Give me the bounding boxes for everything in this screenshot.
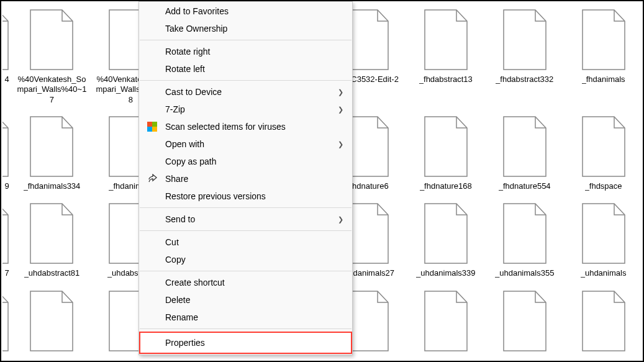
- file-label: %40Venkatesh_Sompari_Walls%40~17: [15, 75, 89, 104]
- menu-item-7zip[interactable]: 7-Zip ❯: [139, 101, 352, 118]
- menu-item-label: Take Ownership: [165, 24, 227, 34]
- menu-item-label: Share: [165, 174, 188, 184]
- file-item[interactable]: _uhdanimals: [564, 200, 643, 287]
- file-icon: [501, 202, 549, 265]
- submenu-arrow-icon: ❯: [338, 88, 343, 96]
- file-label: _uhdanimals: [581, 268, 627, 278]
- menu-item-label: Rotate right: [165, 47, 210, 57]
- file-icon: [27, 115, 76, 178]
- file-icon: [27, 9, 76, 71]
- file-icon: [27, 290, 76, 352]
- svg-rect-1: [152, 122, 157, 127]
- submenu-arrow-icon: ❯: [338, 140, 343, 148]
- file-icon: [579, 202, 628, 265]
- menu-item-delete[interactable]: Delete: [139, 291, 352, 309]
- file-item[interactable]: _fhdnature168: [406, 113, 485, 200]
- file-item[interactable]: %40Venkatesh_Sompari_Walls%40~17: [12, 6, 91, 113]
- file-icon: [579, 9, 628, 71]
- menu-separator: [140, 80, 351, 81]
- menu-item-label: Cut: [165, 237, 179, 247]
- menu-separator: [140, 207, 351, 208]
- menu-item-cast-to-device[interactable]: Cast to Device ❯: [139, 83, 352, 101]
- submenu-arrow-icon: ❯: [338, 106, 343, 114]
- file-item[interactable]: _fhdanimals334: [12, 113, 91, 200]
- file-label: _fhdnature168: [420, 181, 472, 191]
- menu-item-cut[interactable]: Cut: [139, 233, 352, 251]
- menu-item-label: Add to Favorites: [165, 6, 229, 16]
- file-item[interactable]: _fhdnature554: [485, 113, 564, 200]
- file-item[interactable]: _fhdspace: [564, 113, 643, 200]
- file-item[interactable]: 4: [1, 6, 12, 113]
- file-label: _uhdanimals339: [416, 268, 475, 278]
- menu-item-label: Rotate left: [165, 64, 205, 74]
- menu-item-properties[interactable]: Properties: [139, 332, 352, 354]
- file-label: _uhdanimals355: [495, 268, 554, 278]
- menu-item-send-to[interactable]: Send to ❯: [139, 210, 352, 228]
- file-icon: [579, 115, 628, 178]
- menu-item-label: Delete: [165, 295, 190, 305]
- context-menu: Add to Favorites Take Ownership Rotate r…: [138, 1, 353, 355]
- menu-item-add-to-favorites[interactable]: Add to Favorites: [139, 2, 352, 20]
- menu-item-label: Cast to Device: [165, 87, 222, 97]
- file-icon: [501, 115, 549, 178]
- menu-separator: [140, 40, 351, 40]
- file-label: _fhdanimals: [582, 75, 625, 84]
- file-icon: [422, 202, 470, 265]
- file-label: 7: [4, 268, 9, 278]
- file-item[interactable]: [12, 287, 91, 363]
- svg-rect-0: [147, 122, 152, 127]
- menu-item-rotate-left[interactable]: Rotate left: [139, 60, 352, 78]
- menu-item-create-shortcut[interactable]: Create shortcut: [139, 274, 352, 291]
- menu-item-open-with[interactable]: Open with ❯: [139, 135, 352, 153]
- file-icon: [422, 9, 470, 71]
- file-label: _uhdabstract81: [24, 268, 80, 278]
- menu-item-label: 7-Zip: [165, 104, 185, 114]
- file-label: _fhdabstract332: [496, 75, 553, 84]
- file-icon: [2, 115, 11, 178]
- menu-item-rename[interactable]: Rename: [139, 309, 352, 326]
- menu-item-label: Send to: [165, 214, 195, 224]
- file-item[interactable]: [1, 287, 12, 363]
- menu-separator: [140, 230, 351, 231]
- file-item[interactable]: _fhdabstract332: [485, 6, 564, 113]
- file-item[interactable]: _uhdabstract81: [12, 200, 91, 287]
- file-icon: [422, 290, 470, 352]
- file-label: _fhdanimals334: [24, 181, 81, 191]
- submenu-arrow-icon: ❯: [338, 215, 343, 224]
- menu-item-label: Rename: [165, 312, 198, 322]
- file-label: 4: [4, 75, 9, 84]
- menu-item-restore-previous[interactable]: Restore previous versions: [139, 188, 352, 205]
- menu-item-scan-viruses[interactable]: Scan selected items for viruses: [139, 118, 352, 135]
- menu-separator: [140, 328, 351, 329]
- file-icon: [501, 9, 549, 71]
- file-item[interactable]: 7: [1, 200, 12, 287]
- menu-item-rotate-right[interactable]: Rotate right: [139, 43, 352, 60]
- file-item[interactable]: [406, 287, 485, 363]
- file-item[interactable]: _uhdanimals355: [485, 200, 564, 287]
- menu-item-label: Scan selected items for viruses: [165, 122, 286, 132]
- antivirus-icon: [147, 121, 158, 132]
- file-icon: [579, 290, 628, 352]
- menu-item-copy-as-path[interactable]: Copy as path: [139, 153, 352, 170]
- file-icon: [2, 9, 11, 71]
- file-icon: [2, 290, 11, 352]
- menu-separator: [140, 271, 351, 271]
- file-label: _fhdabstract13: [419, 75, 473, 84]
- file-label: _fhdspace: [585, 181, 622, 191]
- file-icon: [27, 202, 76, 265]
- file-item[interactable]: [485, 287, 564, 363]
- file-icon: [501, 290, 549, 352]
- menu-item-copy[interactable]: Copy: [139, 251, 352, 268]
- file-item[interactable]: _fhdabstract13: [406, 6, 485, 113]
- menu-item-label: Properties: [165, 338, 205, 348]
- file-icon: [422, 115, 470, 178]
- menu-item-take-ownership[interactable]: Take Ownership: [139, 20, 352, 37]
- file-item[interactable]: _fhdanimals: [564, 6, 643, 113]
- file-item[interactable]: _uhdanimals339: [406, 200, 485, 287]
- file-label: 9: [4, 181, 9, 191]
- menu-item-label: Copy as path: [165, 156, 217, 166]
- menu-item-label: Create shortcut: [165, 278, 225, 287]
- menu-item-share[interactable]: Share: [139, 170, 352, 188]
- file-item[interactable]: 9: [1, 113, 12, 200]
- file-item[interactable]: [564, 287, 643, 363]
